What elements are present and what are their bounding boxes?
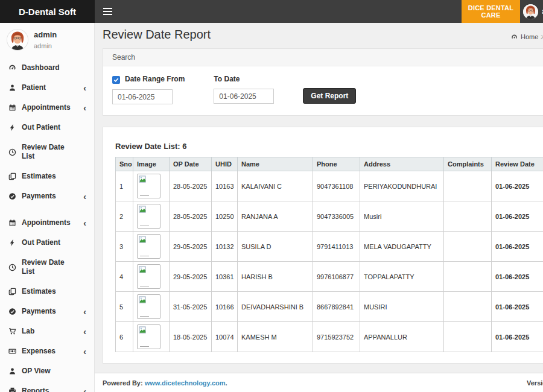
footer-suffix: . xyxy=(226,379,227,387)
broken-image-icon xyxy=(137,324,160,349)
sidebar-item[interactable]: Reports ‹ xyxy=(0,381,94,392)
search-form: Date Range From To Date Get Report xyxy=(103,66,543,115)
column-header: Review Date xyxy=(492,157,543,171)
date-from-input[interactable] xyxy=(112,89,173,104)
check-circle-icon xyxy=(8,192,16,201)
cell-sno: 5 xyxy=(116,292,133,322)
sidebar-item[interactable]: Dashboard ‹ xyxy=(0,58,94,78)
cell-uhid: 10361 xyxy=(212,262,238,292)
sidebar-item[interactable]: Patient ‹ xyxy=(0,78,94,98)
sidebar-item[interactable]: Appointments ‹ xyxy=(0,98,94,118)
cell-complaints xyxy=(444,232,492,262)
cell-review-date: 01-06-2025 xyxy=(492,201,543,232)
sidebar-item[interactable]: Estimates ‹ xyxy=(0,282,94,302)
sidebar-item-label: Reports xyxy=(22,387,49,392)
cell-address: Musiri xyxy=(360,201,444,232)
version-label: Version xyxy=(527,379,543,387)
sidebar-item[interactable]: Payments ‹ xyxy=(0,302,94,321)
get-report-button[interactable]: Get Report xyxy=(303,88,356,104)
copy-icon xyxy=(8,172,16,181)
cell-review-date: 01-06-2025 xyxy=(492,262,543,292)
sidebar-item[interactable]: Out Patient ‹ xyxy=(0,118,94,138)
column-header: Image xyxy=(133,157,170,171)
sidebar-item[interactable]: Expenses ‹ xyxy=(0,341,94,361)
sidebar-item[interactable]: Appointments ‹ xyxy=(0,213,94,233)
cell-uhid: 10166 xyxy=(212,292,238,322)
cell-name: HARISH B xyxy=(238,262,313,292)
footer: Powered By: www.dicetechnology.com. Vers… xyxy=(95,373,543,392)
cell-name: RANJANA A xyxy=(238,201,313,232)
sidebar-item-label: Out Patient xyxy=(22,238,60,247)
chevron-left-icon: ‹ xyxy=(83,194,89,200)
cell-image xyxy=(133,171,170,201)
sidebar-item[interactable]: OP View ‹ xyxy=(0,361,94,381)
sidebar-item-label: OP View xyxy=(22,367,51,376)
sidebar-item[interactable]: Payments ‹ xyxy=(0,186,94,206)
broken-image-icon xyxy=(137,264,160,289)
cell-review-date: 01-06-2025 xyxy=(492,292,543,322)
date-range-checkbox[interactable] xyxy=(112,76,120,84)
cell-uhid: 10163 xyxy=(212,171,238,201)
sidebar-item-label: Estimates xyxy=(22,287,56,296)
dicetechnology-link[interactable]: www.dicetechnology.com xyxy=(145,379,226,387)
cell-complaints xyxy=(444,292,492,322)
column-header: Phone xyxy=(313,157,360,171)
cell-image xyxy=(133,292,170,322)
clock-icon xyxy=(8,148,16,156)
broken-image-icon xyxy=(137,174,160,198)
cell-op-date: 28-05-2025 xyxy=(170,171,212,201)
cell-complaints xyxy=(444,201,492,232)
breadcrumb-separator: > xyxy=(541,33,543,40)
breadcrumb: Home > Review Date Report xyxy=(510,33,543,41)
sidebar-item[interactable]: Estimates ‹ xyxy=(0,166,94,186)
cell-complaints xyxy=(444,171,492,201)
broken-image-icon xyxy=(137,234,160,259)
bolt-icon xyxy=(8,239,16,247)
date-to-input[interactable] xyxy=(214,89,274,104)
table-row: 4 29-05-2025 10361 HARISH B 9976106877 T… xyxy=(116,262,543,292)
cell-phone: 9791411013 xyxy=(313,232,360,262)
review-list-title: Review Date List: 6 xyxy=(115,142,543,151)
tachometer-icon xyxy=(8,64,16,72)
sidebar-user-name: admin xyxy=(34,30,57,39)
sidebar-item[interactable]: Review Date List ‹ xyxy=(0,138,94,166)
chevron-left-icon: ‹ xyxy=(83,220,89,226)
broken-image-icon xyxy=(137,294,160,319)
cell-review-date: 01-06-2025 xyxy=(492,322,543,352)
clock-icon xyxy=(8,263,16,271)
sidebar-item-label: Appointments xyxy=(22,103,71,112)
sidebar-item-label: Review Date List xyxy=(22,143,78,161)
cell-name: KALAIVANI C xyxy=(238,171,313,201)
sidebar-toggle-icon[interactable] xyxy=(95,0,120,23)
cell-uhid: 10074 xyxy=(212,322,238,352)
chevron-left-icon: ‹ xyxy=(83,309,89,315)
table-row: 6 18-05-2025 10074 KAMESH M 9715923752 A… xyxy=(116,322,543,352)
column-header: Complaints xyxy=(444,157,492,171)
sidebar-item[interactable]: Lab ‹ xyxy=(0,321,94,341)
column-header: Sno xyxy=(116,157,133,171)
check-circle-icon xyxy=(8,308,16,316)
breadcrumb-home-link[interactable]: Home xyxy=(521,33,538,40)
cell-address: MUSIRI xyxy=(360,292,444,322)
cell-name: DEIVADHARSHINI B xyxy=(238,292,313,322)
header-user-menu[interactable]: admin xyxy=(523,0,543,23)
cell-address: TOPPALAPATTY xyxy=(360,262,444,292)
cell-op-date: 31-05-2025 xyxy=(170,292,212,322)
sidebar-item[interactable]: Review Date List ‹ xyxy=(0,253,94,282)
cell-phone: 9715923752 xyxy=(313,322,360,352)
cell-address: APPANALLUR xyxy=(360,322,444,352)
cell-review-date: 01-06-2025 xyxy=(492,171,543,201)
user-avatar xyxy=(523,4,538,19)
sidebar-item-label: Lab xyxy=(22,327,34,336)
breadcrumb-home-icon xyxy=(510,33,518,41)
copy-icon xyxy=(8,288,16,296)
column-header: UHID xyxy=(212,157,238,171)
chevron-left-icon: ‹ xyxy=(83,85,89,91)
calendar-icon xyxy=(8,219,16,227)
cell-sno: 3 xyxy=(116,232,133,262)
cell-op-date: 29-05-2025 xyxy=(170,262,212,292)
sidebar-item-label: Appointments xyxy=(22,218,71,227)
clinic-name-button[interactable]: DICE DENTAL CARE xyxy=(462,0,520,23)
sidebar-item[interactable]: Out Patient ‹ xyxy=(0,233,94,253)
user-avatar xyxy=(7,30,28,50)
